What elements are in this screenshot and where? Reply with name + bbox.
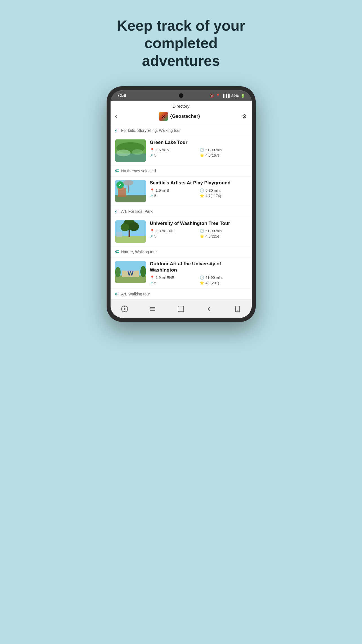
tour-name-1: Seattle's Artists At Play Playground [150, 180, 247, 186]
tour-distance-3: 📍 1.9 mi ENE [150, 275, 197, 280]
svg-text:W: W [127, 270, 133, 277]
battery-text: 84% [231, 94, 239, 98]
nav-compass-button[interactable] [120, 304, 130, 314]
tour-rating-2: ⭐ 4.8(225) [200, 234, 247, 238]
clock-icon-3: 🕐 [200, 275, 204, 280]
svg-point-25 [124, 308, 125, 310]
bottom-nav [111, 300, 252, 318]
nav-lines-button[interactable] [148, 304, 158, 314]
tour-card-2[interactable]: University of Washington Tree Tour 📍 1.9… [111, 217, 252, 246]
tag-text-4: Art, Walking tour [121, 292, 150, 296]
tour-rating-3: ⭐ 4.8(201) [200, 281, 247, 285]
tag-row-0: 🏷 For kids, Storytelling, Walking tour [111, 125, 252, 136]
clock-icon-1: 🕐 [200, 188, 204, 193]
tour-name-3: Outdoor Art at the University of Washing… [150, 261, 247, 273]
tag-icon-3: 🏷 [115, 249, 120, 254]
tour-thumb-3: W [115, 261, 146, 283]
back-button[interactable]: ‹ [115, 113, 117, 120]
page-title-line2: adventures [142, 53, 220, 69]
tag-row-2: 🏷 Art, For kids, Park [111, 206, 252, 217]
tour-rating-0: ⭐ 4.6(167) [200, 153, 247, 157]
nav-phone-button[interactable] [232, 304, 242, 314]
star-icon-2: ⭐ [200, 234, 204, 238]
tour-card-3[interactable]: W Outdoor Art at the University of Washi… [111, 257, 252, 288]
tour-duration-0: 🕐 61-90 min. [200, 148, 247, 152]
location-icon-0: 📍 [150, 148, 154, 152]
filter-button[interactable]: ⚙ [242, 113, 247, 120]
tour-waypoints-1: ↗ 5 [150, 194, 197, 198]
tour-info-1: Seattle's Artists At Play Playground 📍 1… [150, 180, 247, 202]
tag-row-3: 🏷 Nature, Walking tour [111, 247, 252, 257]
tag-icon-0: 🏷 [115, 128, 120, 133]
tour-duration-2: 🕐 61-90 min. [200, 229, 247, 233]
svg-point-4 [132, 149, 143, 155]
camera-notch [179, 93, 183, 98]
tour-waypoints-0: ↗ 5 [150, 153, 197, 157]
waypoint-icon-2: ↗ [150, 234, 153, 238]
svg-point-33 [237, 311, 238, 311]
tag-icon-1: 🏷 [115, 168, 120, 173]
tour-name-0: Green Lake Tour [150, 139, 247, 146]
completed-badge-1: ✓ [116, 181, 124, 189]
tour-waypoints-2: ↗ 5 [150, 234, 197, 238]
status-bar: 7:58 🔇 📍 ▐▐▐ 84% 🔋 [111, 90, 252, 101]
status-time: 7:58 [117, 93, 126, 98]
tag-text-2: Art, For kids, Park [121, 209, 153, 214]
home-square-icon [178, 306, 184, 312]
tour-distance-2: 📍 1.9 mi ENE [150, 229, 197, 233]
tag-text-1: No themes selected [121, 169, 156, 173]
page-title: Keep track of your completed adventures [83, 17, 280, 69]
tour-thumb-0 [115, 139, 146, 162]
svg-point-22 [115, 267, 121, 277]
tag-row-1: 🏷 No themes selected [111, 166, 252, 177]
star-icon-0: ⭐ [200, 153, 204, 157]
location-icon: 📍 [216, 94, 220, 98]
tour-distance-0: 📍 1.6 mi N [150, 148, 197, 152]
tag-icon-4: 🏷 [115, 292, 120, 297]
tour-duration-3: 🕐 61-90 min. [200, 275, 247, 280]
svg-point-15 [121, 223, 129, 231]
svg-point-7 [123, 180, 133, 186]
app-header: Directory ‹ ⚔ {Geostacher} ⚙ [111, 101, 252, 125]
tour-rating-1: ⭐ 4.7(1174) [200, 194, 247, 198]
nav-home-button[interactable] [176, 304, 186, 314]
tag-icon-2: 🏷 [115, 209, 120, 214]
tour-duration-1: 🕐 0-30 min. [200, 188, 247, 193]
clock-icon-0: 🕐 [200, 148, 204, 152]
phone-shell: 7:58 🔇 📍 ▐▐▐ 84% 🔋 Directory ‹ ⚔ {Geosta… [107, 86, 256, 322]
tour-info-3: Outdoor Art at the University of Washing… [150, 261, 247, 285]
nav-center: ⚔ {Geostacher} [159, 112, 200, 121]
svg-point-3 [116, 150, 131, 156]
svg-rect-17 [116, 232, 122, 237]
mute-icon: 🔇 [210, 94, 214, 98]
tag-row-4: 🏷 Art, Walking tour [111, 289, 252, 300]
brand-name: {Geostacher} [170, 114, 200, 119]
clock-icon-2: 🕐 [200, 229, 204, 233]
status-icons: 🔇 📍 ▐▐▐ 84% 🔋 [210, 94, 245, 98]
location-icon-2: 📍 [150, 229, 154, 233]
brand-logo: ⚔ [159, 112, 168, 121]
signal-icon: ▐▐▐ [222, 94, 230, 98]
tour-thumb-2 [115, 220, 146, 243]
tour-info-0: Green Lake Tour 📍 1.6 mi N 🕐 61-90 min. [150, 139, 247, 162]
tour-thumb-1: ✓ [115, 180, 146, 202]
nav-back-button[interactable] [204, 304, 214, 314]
tour-meta-1: 📍 1.9 mi S 🕐 0-30 min. ↗ 5 [150, 188, 247, 198]
tour-card-0[interactable]: Green Lake Tour 📍 1.6 mi N 🕐 61-90 min. [111, 136, 252, 165]
tour-card-1[interactable]: ✓ Seattle's Artists At Play Playground 📍… [111, 177, 252, 206]
tag-text-3: Nature, Walking tour [121, 250, 157, 254]
tour-distance-1: 📍 1.9 mi S [150, 188, 197, 193]
tour-meta-2: 📍 1.9 mi ENE 🕐 61-90 min. ↗ 5 [150, 229, 247, 238]
location-icon-3: 📍 [150, 275, 154, 280]
svg-point-16 [129, 222, 139, 231]
tours-list: 🏷 For kids, Storytelling, Walking tour [111, 125, 252, 300]
waypoint-icon-3: ↗ [150, 281, 153, 285]
star-icon-1: ⭐ [200, 194, 204, 198]
nav-bar: ‹ ⚔ {Geostacher} ⚙ [111, 111, 252, 122]
tour-meta-3: 📍 1.9 mi ENE 🕐 61-90 min. ↗ 5 [150, 275, 247, 285]
tag-text-0: For kids, Storytelling, Walking tour [121, 128, 181, 133]
waypoint-icon-1: ↗ [150, 194, 153, 198]
waypoint-icon-0: ↗ [150, 153, 153, 157]
star-icon-3: ⭐ [200, 281, 204, 285]
tour-meta-0: 📍 1.6 mi N 🕐 61-90 min. ↗ 5 [150, 148, 247, 157]
